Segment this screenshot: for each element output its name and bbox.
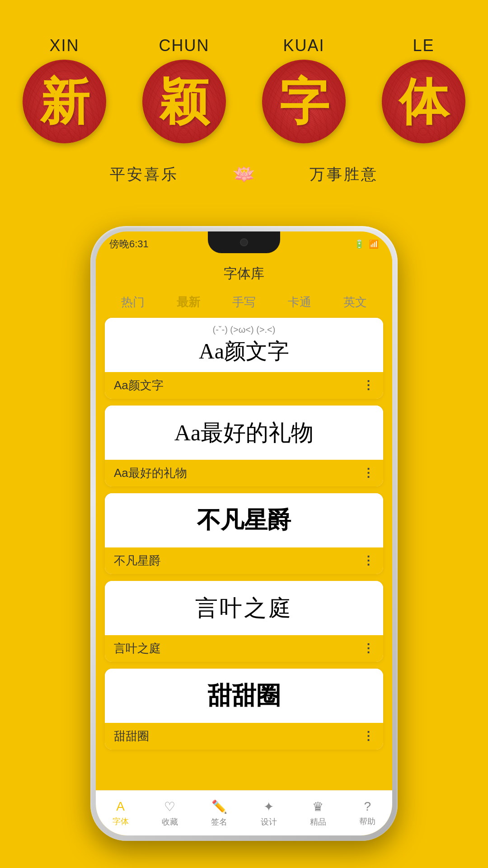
wifi-icon: 📶: [369, 239, 379, 249]
phone-outer-shell: 傍晚6:31 🔋 📶 字体库 热门 最新 手写 卡通 英文: [90, 226, 398, 841]
char-kuai-text: 字: [279, 77, 329, 127]
font-preview-text-3: 不凡星爵: [197, 505, 291, 536]
nav-help[interactable]: ? 帮助: [359, 799, 375, 827]
font-preview-5: 甜甜圈: [105, 669, 383, 723]
nav-design-label: 设计: [261, 816, 277, 827]
nav-favorites[interactable]: ♡ 收藏: [162, 799, 178, 827]
nav-design[interactable]: ✦ 设计: [261, 799, 277, 827]
char-xin: XIN 新: [23, 36, 106, 143]
tab-cartoon[interactable]: 卡通: [283, 292, 316, 312]
tab-hot[interactable]: 热门: [117, 292, 149, 312]
battery-icon: 🔋: [354, 239, 364, 249]
font-meta-4: 言叶之庭 ⋮: [105, 635, 383, 662]
lotus-icon: 🪷: [233, 164, 255, 185]
front-camera: [240, 238, 248, 246]
font-meta-1: Aa颜文字 ⋮: [105, 372, 383, 399]
font-name-2: Aa最好的礼物: [114, 465, 187, 481]
nav-premium[interactable]: ♛ 精品: [310, 799, 326, 827]
font-meta-5: 甜甜圈 ⋮: [105, 723, 383, 750]
tab-latest[interactable]: 最新: [172, 292, 205, 312]
font-card-4[interactable]: 言叶之庭 言叶之庭 ⋮: [105, 581, 383, 662]
pen-icon: ✏️: [211, 799, 227, 814]
pinyin-kuai: KUAI: [283, 36, 324, 55]
char-chun-text: 颖: [160, 77, 209, 127]
nav-signature[interactable]: ✏️ 签名: [211, 799, 227, 827]
status-time: 傍晚6:31: [109, 237, 149, 251]
char-le-text: 体: [399, 77, 449, 127]
circle-kuai: 字: [262, 60, 346, 143]
subtitle-row: 平安喜乐 🪷 万事胜意: [110, 164, 378, 185]
app-title: 字体库: [96, 256, 392, 288]
font-preview-3: 不凡星爵: [105, 493, 383, 547]
crown-icon: ♛: [312, 799, 324, 814]
font-list: (-ˇ-) (>ω<) (>.<) Aa颜文字 Aa颜文字 ⋮ Aa最好的礼物: [96, 318, 392, 750]
pinyin-row: XIN 新 CHUN 颖 KUAI 字 LE 体: [23, 36, 465, 143]
font-card-3[interactable]: 不凡星爵 不凡星爵 ⋮: [105, 493, 383, 574]
more-icon-2[interactable]: ⋮: [362, 466, 374, 480]
nav-help-label: 帮助: [359, 816, 375, 827]
design-icon: ✦: [263, 799, 274, 814]
char-chun: CHUN 颖: [142, 36, 226, 143]
font-name-1: Aa颜文字: [114, 377, 164, 393]
app-content: 字体库 热门 最新 手写 卡通 英文 (-ˇ-) (>ω<) (>.<): [96, 256, 392, 790]
font-preview-text-5: 甜甜圈: [207, 679, 281, 712]
nav-premium-label: 精品: [310, 816, 326, 827]
tab-english[interactable]: 英文: [339, 292, 371, 312]
char-xin-text: 新: [40, 77, 89, 127]
tab-handwrite[interactable]: 手写: [228, 292, 260, 312]
nav-favorites-label: 收藏: [162, 816, 178, 827]
nav-signature-label: 签名: [211, 816, 227, 827]
more-icon-5[interactable]: ⋮: [362, 729, 374, 743]
bottom-nav: A 字体 ♡ 收藏 ✏️ 签名 ✦ 设计 ♛ 精品: [96, 790, 392, 835]
nav-font[interactable]: A 字体: [113, 799, 129, 827]
font-meta-3: 不凡星爵 ⋮: [105, 547, 383, 574]
pinyin-chun: CHUN: [159, 36, 210, 55]
phone-screen: 傍晚6:31 🔋 📶 字体库 热门 最新 手写 卡通 英文: [96, 231, 392, 835]
font-meta-2: Aa最好的礼物 ⋮: [105, 460, 383, 486]
circle-xin: 新: [23, 60, 106, 143]
help-icon: ?: [364, 799, 371, 814]
pinyin-xin: XIN: [49, 36, 79, 55]
header-section: XIN 新 CHUN 颖 KUAI 字 LE 体: [0, 0, 488, 185]
circle-le: 体: [382, 60, 465, 143]
font-name-3: 不凡星爵: [114, 553, 161, 569]
circle-chun: 颖: [142, 60, 226, 143]
font-card-5[interactable]: 甜甜圈 甜甜圈 ⋮: [105, 669, 383, 750]
phone-notch: [208, 231, 280, 253]
phone-mockup: 傍晚6:31 🔋 📶 字体库 热门 最新 手写 卡通 英文: [90, 226, 398, 841]
top-tab-bar[interactable]: 热门 最新 手写 卡通 英文: [96, 288, 392, 312]
more-icon-4[interactable]: ⋮: [362, 642, 374, 656]
status-icons: 🔋 📶: [354, 239, 379, 249]
font-preview-text-1: Aa颜文字: [199, 339, 289, 363]
font-preview-2: Aa最好的礼物: [105, 406, 383, 460]
heart-icon: ♡: [164, 799, 175, 814]
subtitle-left: 平安喜乐: [110, 164, 178, 185]
more-icon-1[interactable]: ⋮: [362, 378, 374, 392]
font-preview-text-4: 言叶之庭: [195, 593, 293, 623]
font-card-1[interactable]: (-ˇ-) (>ω<) (>.<) Aa颜文字 Aa颜文字 ⋮: [105, 318, 383, 399]
font-nav-icon: A: [116, 799, 125, 814]
font-preview-4: 言叶之庭: [105, 581, 383, 635]
font-preview-1: (-ˇ-) (>ω<) (>.<) Aa颜文字: [105, 318, 383, 372]
font-card-2[interactable]: Aa最好的礼物 Aa最好的礼物 ⋮: [105, 406, 383, 486]
font-name-5: 甜甜圈: [114, 728, 149, 744]
subtitle-right: 万事胜意: [310, 164, 378, 185]
nav-font-label: 字体: [113, 816, 129, 827]
char-le: LE 体: [382, 36, 465, 143]
char-kuai: KUAI 字: [262, 36, 346, 143]
font-name-4: 言叶之庭: [114, 641, 161, 656]
font-preview-text-2: Aa最好的礼物: [174, 418, 314, 448]
pinyin-le: LE: [413, 36, 434, 55]
more-icon-3[interactable]: ⋮: [362, 554, 374, 568]
